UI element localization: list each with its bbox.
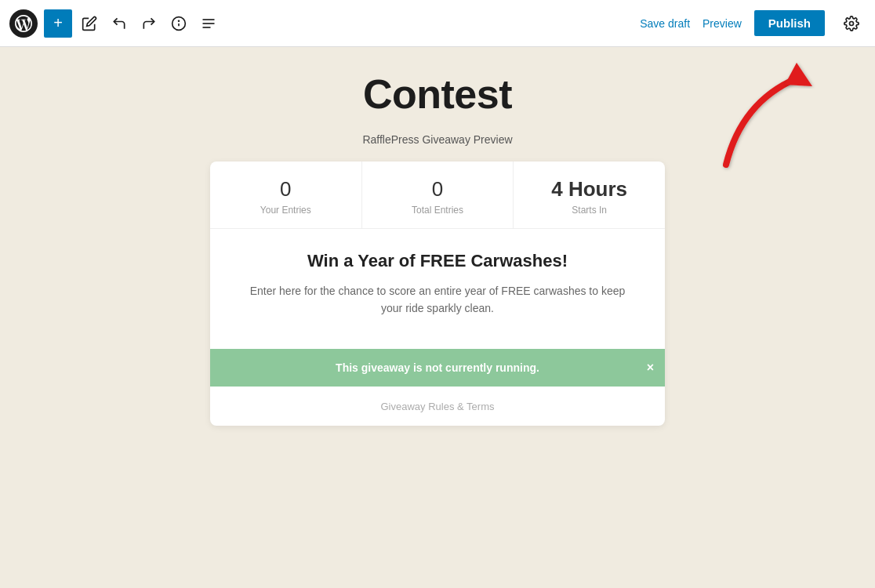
page-title: Contest bbox=[363, 71, 512, 118]
close-button[interactable]: × bbox=[647, 361, 654, 375]
settings-gear-button[interactable] bbox=[837, 9, 866, 38]
add-block-button[interactable]: + bbox=[44, 9, 72, 38]
preview-button[interactable]: Preview bbox=[703, 17, 742, 30]
info-button[interactable] bbox=[165, 9, 193, 38]
publish-button[interactable]: Publish bbox=[754, 10, 825, 36]
card-footer: Giveaway Rules & Terms bbox=[210, 387, 665, 426]
starts-in-stat: 4 Hours Starts In bbox=[514, 162, 665, 228]
undo-button[interactable] bbox=[105, 9, 133, 38]
starts-in-value: 4 Hours bbox=[521, 177, 657, 201]
toolbar-actions: Save draft Preview Publish bbox=[640, 9, 866, 38]
preview-label: RafflePress Giveaway Preview bbox=[362, 133, 512, 146]
rules-link[interactable]: Giveaway Rules & Terms bbox=[381, 401, 495, 412]
not-running-bar: This giveaway is not currently running. … bbox=[210, 349, 665, 387]
stats-row: 0 Your Entries 0 Total Entries 4 Hours S… bbox=[210, 162, 665, 229]
giveaway-description: Enter here for the chance to score an en… bbox=[241, 282, 634, 318]
your-entries-label: Your Entries bbox=[218, 205, 354, 216]
giveaway-card: 0 Your Entries 0 Total Entries 4 Hours S… bbox=[210, 162, 665, 426]
giveaway-headline: Win a Year of FREE Carwashes! bbox=[241, 251, 634, 271]
save-draft-button[interactable]: Save draft bbox=[640, 17, 690, 30]
edit-icon-button[interactable] bbox=[75, 9, 103, 38]
wordpress-logo[interactable] bbox=[9, 9, 38, 38]
starts-in-label: Starts In bbox=[521, 205, 657, 216]
card-body: Win a Year of FREE Carwashes! Enter here… bbox=[210, 229, 665, 349]
total-entries-stat: 0 Total Entries bbox=[362, 162, 514, 228]
red-arrow-annotation bbox=[703, 55, 828, 180]
not-running-message: This giveaway is not currently running. bbox=[336, 361, 539, 374]
toolbar: + Save draft Pr bbox=[0, 0, 875, 47]
list-view-button[interactable] bbox=[194, 9, 223, 38]
total-entries-label: Total Entries bbox=[370, 205, 506, 216]
svg-marker-7 bbox=[785, 63, 812, 86]
your-entries-value: 0 bbox=[218, 177, 354, 201]
main-content: Contest RafflePress Giveaway Preview 0 Y… bbox=[0, 47, 875, 588]
redo-button[interactable] bbox=[135, 9, 163, 38]
total-entries-value: 0 bbox=[370, 177, 506, 201]
svg-point-6 bbox=[850, 21, 854, 25]
your-entries-stat: 0 Your Entries bbox=[210, 162, 362, 228]
